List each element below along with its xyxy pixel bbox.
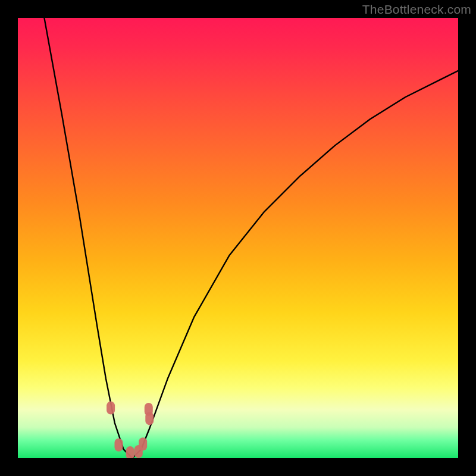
valley-marker [115,439,123,452]
watermark-text: TheBottleneck.com [362,2,471,17]
plot-area [18,18,458,458]
valley-marker [139,437,147,450]
curve-layer [18,18,458,458]
chart-stage: TheBottleneck.com [0,0,476,476]
valley-marker [126,446,134,458]
valley-marker [107,402,115,415]
valley-marker [145,412,154,425]
bottleneck-curve [44,18,458,458]
